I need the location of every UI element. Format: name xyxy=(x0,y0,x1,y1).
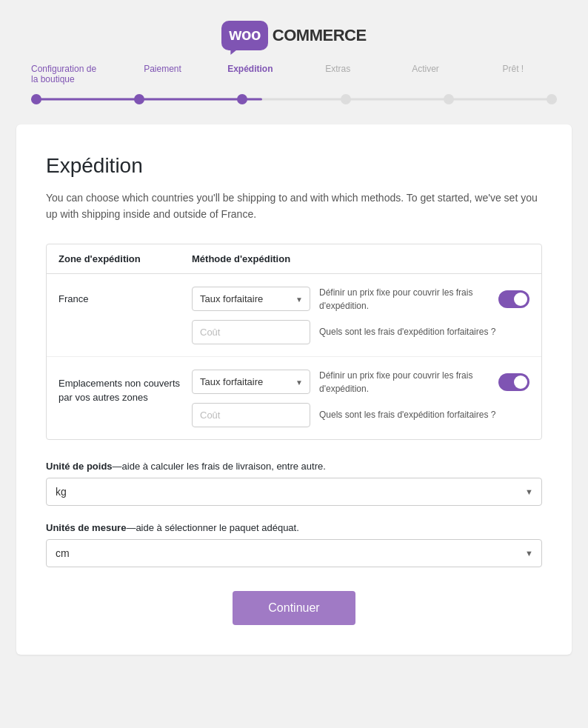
main-card: Expédition You can choose which countrie… xyxy=(16,124,572,655)
cost-input-other[interactable] xyxy=(192,403,310,427)
step-label-payment: Paiement xyxy=(118,64,206,84)
continue-button[interactable]: Continuer xyxy=(233,591,355,625)
col-header-method: Méthode d'expédition xyxy=(192,253,529,264)
measure-unit-label-bold: Unités de mesure xyxy=(46,522,126,533)
steps-container: Configuration dela boutique Paiement Exp… xyxy=(16,64,572,107)
toggle-france[interactable] xyxy=(498,290,529,308)
table-row: Emplacements non couverts par vos autres… xyxy=(47,357,541,439)
col-header-zone: Zone d'expédition xyxy=(59,253,192,264)
logo-commerce-text: COMMERCE xyxy=(273,26,367,45)
logo-woo-text: woo xyxy=(229,25,261,44)
measure-unit-label-rest: —aide à sélectionner le paquet adéquat. xyxy=(126,522,298,533)
logo: woo COMMERCE xyxy=(221,21,366,50)
table-row: France Taux forfaitaire Livraison gratui… xyxy=(47,274,541,357)
steps-track xyxy=(31,92,557,107)
method-select-wrap-france: Taux forfaitaire Livraison gratuite Retr… xyxy=(192,287,310,311)
method-select-france[interactable]: Taux forfaitaire Livraison gratuite Retr… xyxy=(192,287,310,311)
logo-bubble: woo xyxy=(221,21,268,50)
zone-name-france: France xyxy=(59,286,192,304)
weight-unit-group: Unité de poids—aide à calculer les frais… xyxy=(46,461,542,506)
cost-desc-france: Quels sont les frais d'expédition forfai… xyxy=(319,325,529,338)
page-title: Expédition xyxy=(46,154,542,178)
step-label-config: Configuration dela boutique xyxy=(31,64,118,84)
cost-desc-other: Quels sont les frais d'expédition forfai… xyxy=(319,408,529,421)
weight-unit-select[interactable]: kg g lbs oz xyxy=(46,478,542,506)
step-label-extras: Extras xyxy=(294,64,381,84)
weight-unit-select-wrap: kg g lbs oz ▼ xyxy=(46,478,542,506)
step-label-expedition: Expédition xyxy=(207,64,294,84)
header: woo COMMERCE xyxy=(0,0,588,64)
weight-unit-label: Unité de poids—aide à calculer les frais… xyxy=(46,461,542,472)
step-label-pret: Prêt ! xyxy=(470,64,557,84)
cost-row-france: Quels sont les frais d'expédition forfai… xyxy=(192,320,529,344)
method-row-france: Taux forfaitaire Livraison gratuite Retr… xyxy=(192,286,529,313)
steps-dots xyxy=(31,94,557,104)
method-select-wrap-other: Taux forfaitaire Livraison gratuite Retr… xyxy=(192,370,310,394)
step-dot-2 xyxy=(134,94,144,104)
measure-unit-group: Unités de mesure—aide à sélectionner le … xyxy=(46,522,542,567)
cost-input-france[interactable] xyxy=(192,320,310,344)
measure-unit-select-wrap: cm m inch yd ▼ xyxy=(46,539,542,567)
page-description: You can choose which countries you'll be… xyxy=(46,190,542,223)
method-col-other: Taux forfaitaire Livraison gratuite Retr… xyxy=(192,369,529,427)
cost-row-other: Quels sont les frais d'expédition forfai… xyxy=(192,403,529,427)
weight-unit-label-rest: —aide à calculer les frais de livraison,… xyxy=(113,461,326,472)
method-desc-other: Définir un prix fixe pour couvrir les fr… xyxy=(319,369,490,395)
step-dot-3 xyxy=(237,94,247,104)
method-select-other[interactable]: Taux forfaitaire Livraison gratuite Retr… xyxy=(192,370,310,394)
shipping-table: Zone d'expédition Méthode d'expédition F… xyxy=(46,244,542,440)
toggle-other[interactable] xyxy=(498,373,529,391)
steps-labels: Configuration dela boutique Paiement Exp… xyxy=(31,64,557,84)
toggle-wrap-france xyxy=(498,290,529,308)
step-label-activer: Activer xyxy=(381,64,469,84)
method-row-other: Taux forfaitaire Livraison gratuite Retr… xyxy=(192,369,529,395)
measure-unit-label: Unités de mesure—aide à sélectionner le … xyxy=(46,522,542,533)
method-desc-france: Définir un prix fixe pour couvrir les fr… xyxy=(319,286,490,313)
weight-unit-label-bold: Unité de poids xyxy=(46,461,113,472)
step-dot-1 xyxy=(31,94,41,104)
step-dot-5 xyxy=(444,94,454,104)
table-header: Zone d'expédition Méthode d'expédition xyxy=(47,244,541,274)
step-dot-4 xyxy=(341,94,351,104)
measure-unit-select[interactable]: cm m inch yd xyxy=(46,539,542,567)
zone-name-other: Emplacements non couverts par vos autres… xyxy=(59,369,192,405)
toggle-wrap-other xyxy=(498,373,529,391)
method-col-france: Taux forfaitaire Livraison gratuite Retr… xyxy=(192,286,529,344)
step-dot-6 xyxy=(547,94,557,104)
